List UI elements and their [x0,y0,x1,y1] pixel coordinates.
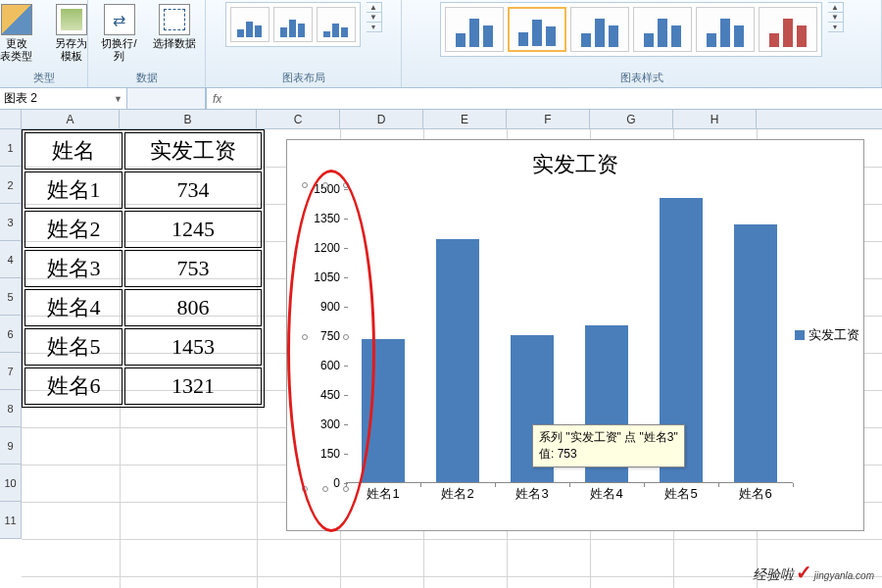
row-header[interactable]: 5 [0,278,21,316]
chart-legend[interactable]: 实发工资 [795,326,859,344]
name-box-value: 图表 2 [4,90,37,107]
x-axis-tick: 姓名2 [420,485,495,505]
column-header[interactable]: G [590,110,673,128]
chart-styles-gallery[interactable] [440,2,822,57]
column-header[interactable]: C [257,110,340,128]
table-header[interactable]: 实发工资 [124,132,262,170]
row-header[interactable]: 4 [0,241,21,278]
gallery-more-icon[interactable]: ▾ [828,23,843,31]
row-header[interactable]: 7 [0,353,21,390]
layout-thumb[interactable] [317,7,356,42]
column-header[interactable]: A [22,110,120,128]
x-axis-tick: 姓名3 [495,485,569,505]
selection-handle[interactable] [322,486,328,492]
table-header[interactable]: 姓名 [24,132,122,170]
chart-bar[interactable] [436,239,479,483]
table-row: 姓名21245 [24,211,262,248]
dropdown-icon[interactable]: ▼ [114,94,122,104]
gallery-up-icon[interactable]: ▲ [828,3,843,13]
style-thumb[interactable] [508,7,566,52]
selection-handle[interactable] [343,334,349,340]
data-table[interactable]: 姓名 实发工资 姓名1734 姓名21245 姓名3753 姓名4806 姓名5… [22,129,265,408]
style-thumb[interactable] [696,7,755,52]
table-row: 姓名51453 [24,328,262,366]
embedded-chart[interactable]: 实发工资 01503004506007509001050120013501500… [286,139,864,531]
ribbon-group-type: 更改 表类型 另存为 模板 类型 [0,0,88,87]
ribbon: 更改 表类型 另存为 模板 类型 切换行/列 选择数据 数据 [0,0,882,88]
table-row: 姓名61321 [24,368,262,405]
column-header[interactable]: E [423,110,507,128]
row-header[interactable]: 9 [0,427,21,465]
save-template-icon [56,4,87,35]
switch-row-col-button[interactable]: 切换行/列 [95,2,144,65]
formula-bar[interactable]: fx [206,88,882,109]
chart-layout-gallery[interactable] [225,2,361,47]
tooltip-line: 值: 753 [539,446,678,463]
style-thumb[interactable] [759,7,817,52]
row-header[interactable]: 1 [0,129,21,167]
row-header[interactable]: 3 [0,204,21,241]
gallery-down-icon[interactable]: ▼ [828,13,843,23]
gallery-up-icon[interactable]: ▲ [367,3,381,13]
style-thumb[interactable] [445,7,504,52]
gallery-down-icon[interactable]: ▼ [367,13,381,23]
fx-icon[interactable]: fx [213,92,221,106]
name-box[interactable]: 图表 2 ▼ [0,88,127,109]
ribbon-group-label: 图表布局 [214,69,393,87]
selection-handle[interactable] [343,486,349,492]
ribbon-group-layout: ▲ ▼ ▾ 图表布局 [206,0,402,87]
column-header[interactable]: H [673,110,757,128]
selection-handle[interactable] [343,182,349,188]
chart-title[interactable]: 实发工资 [287,140,863,183]
x-axis-tick: 姓名1 [346,485,420,505]
ribbon-group-label: 图表样式 [410,69,873,87]
cells-area[interactable]: 姓名 实发工资 姓名1734 姓名21245 姓名3753 姓名4806 姓名5… [22,129,882,588]
chart-bar[interactable] [734,224,777,483]
column-header[interactable]: D [340,110,423,128]
selection-handle[interactable] [302,182,308,188]
checkmark-icon: ✓ [796,561,812,584]
style-thumb[interactable] [633,7,692,52]
row-headers[interactable]: 1234567891011 [0,129,22,539]
bar-slot [420,189,495,483]
select-all-corner[interactable] [0,110,22,129]
change-type-icon [1,4,32,35]
bar-slot [346,189,420,483]
selection-handle[interactable] [322,182,328,188]
style-thumb[interactable] [570,7,629,52]
switch-icon [104,4,135,35]
column-header[interactable]: F [507,110,590,128]
column-headers[interactable]: ABCDEFGH [22,110,882,129]
select-data-button[interactable]: 选择数据 [150,2,199,52]
selection-handle[interactable] [302,334,308,340]
layout-thumb[interactable] [230,7,270,42]
tooltip-line: 系列 "实发工资" 点 "姓名3" [539,429,678,446]
table-row: 姓名4806 [24,289,262,326]
row-header[interactable]: 2 [0,167,21,204]
change-chart-type-button[interactable]: 更改 表类型 [0,2,41,65]
x-axis-tick: 姓名5 [644,485,718,505]
layout-gallery-nav[interactable]: ▲ ▼ ▾ [367,2,382,32]
worksheet-grid[interactable]: ABCDEFGH 1234567891011 姓名 实发工资 姓名1734 姓名… [0,110,882,588]
bar-slot [718,189,793,483]
ribbon-group-styles: ▲ ▼ ▾ 图表样式 [402,0,882,87]
row-header[interactable]: 10 [0,465,21,502]
watermark: 经验啦 ✓ jingyanla.com [753,561,874,584]
ribbon-group-label: 类型 [8,69,79,87]
layout-thumb[interactable] [273,7,313,42]
table-row: 姓名3753 [24,250,262,287]
selection-handle[interactable] [302,486,308,492]
column-header[interactable]: B [120,110,257,128]
ribbon-group-data: 切换行/列 选择数据 数据 [88,0,206,87]
row-header[interactable]: 6 [0,316,21,353]
styles-gallery-nav[interactable]: ▲ ▼ ▾ [828,2,844,32]
gallery-more-icon[interactable]: ▾ [367,23,381,31]
chart-bar[interactable] [362,339,405,483]
formula-bar-row: 图表 2 ▼ fx [0,88,882,110]
x-axis[interactable]: 姓名1姓名2姓名3姓名4姓名5姓名6 [346,485,793,505]
row-header[interactable]: 8 [0,390,21,427]
row-header[interactable]: 11 [0,502,21,539]
legend-swatch [795,330,805,340]
axis-selection[interactable] [305,185,346,489]
select-data-icon [159,4,190,35]
